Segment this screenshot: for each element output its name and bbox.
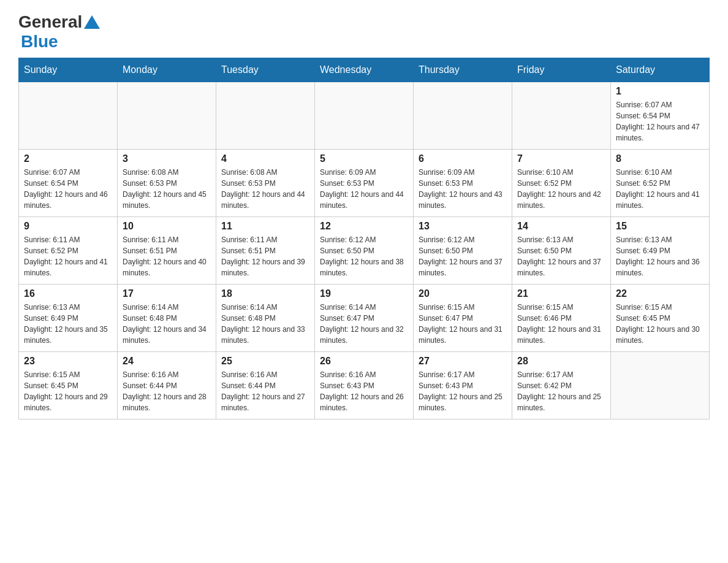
day-number: 1 xyxy=(616,86,704,97)
day-number: 17 xyxy=(123,288,211,299)
calendar-cell: 22Sunrise: 6:15 AM Sunset: 6:45 PM Dayli… xyxy=(611,285,710,352)
calendar-cell: 1Sunrise: 6:07 AM Sunset: 6:54 PM Daylig… xyxy=(611,82,710,150)
logo-blue-text: Blue xyxy=(21,32,58,51)
day-number: 10 xyxy=(123,221,211,232)
day-info: Sunrise: 6:16 AM Sunset: 6:44 PM Dayligh… xyxy=(123,369,211,413)
day-info: Sunrise: 6:10 AM Sunset: 6:52 PM Dayligh… xyxy=(616,167,704,211)
page-header: General Blue xyxy=(18,12,710,52)
day-of-week-header: Friday xyxy=(512,58,611,82)
day-number: 3 xyxy=(123,153,211,164)
day-info: Sunrise: 6:12 AM Sunset: 6:50 PM Dayligh… xyxy=(320,234,408,278)
day-number: 5 xyxy=(320,153,408,164)
calendar-week-row: 9Sunrise: 6:11 AM Sunset: 6:52 PM Daylig… xyxy=(19,217,710,285)
day-number: 7 xyxy=(517,153,605,164)
calendar-week-row: 1Sunrise: 6:07 AM Sunset: 6:54 PM Daylig… xyxy=(19,82,710,150)
svg-marker-0 xyxy=(84,15,100,29)
calendar-cell: 14Sunrise: 6:13 AM Sunset: 6:50 PM Dayli… xyxy=(512,217,611,285)
calendar-cell: 18Sunrise: 6:14 AM Sunset: 6:48 PM Dayli… xyxy=(216,285,315,352)
day-info: Sunrise: 6:07 AM Sunset: 6:54 PM Dayligh… xyxy=(616,99,704,144)
calendar-cell xyxy=(19,82,118,150)
logo: General Blue xyxy=(18,12,100,52)
calendar-cell: 10Sunrise: 6:11 AM Sunset: 6:51 PM Dayli… xyxy=(118,217,216,285)
calendar-cell: 6Sunrise: 6:09 AM Sunset: 6:53 PM Daylig… xyxy=(414,150,512,217)
logo-container: General Blue xyxy=(18,12,100,52)
calendar-cell xyxy=(216,82,315,150)
calendar-table: SundayMondayTuesdayWednesdayThursdayFrid… xyxy=(18,58,710,419)
day-number: 16 xyxy=(24,288,112,299)
day-number: 4 xyxy=(221,153,309,164)
calendar-cell: 5Sunrise: 6:09 AM Sunset: 6:53 PM Daylig… xyxy=(315,150,414,217)
calendar-cell: 4Sunrise: 6:08 AM Sunset: 6:53 PM Daylig… xyxy=(216,150,315,217)
calendar-cell: 28Sunrise: 6:17 AM Sunset: 6:42 PM Dayli… xyxy=(512,352,611,419)
day-number: 12 xyxy=(320,221,408,232)
calendar-cell xyxy=(414,82,512,150)
day-number: 13 xyxy=(419,221,507,232)
day-info: Sunrise: 6:11 AM Sunset: 6:51 PM Dayligh… xyxy=(123,234,211,278)
calendar-cell: 12Sunrise: 6:12 AM Sunset: 6:50 PM Dayli… xyxy=(315,217,414,285)
day-info: Sunrise: 6:12 AM Sunset: 6:50 PM Dayligh… xyxy=(419,234,507,278)
calendar-week-row: 16Sunrise: 6:13 AM Sunset: 6:49 PM Dayli… xyxy=(19,285,710,352)
calendar-cell: 15Sunrise: 6:13 AM Sunset: 6:49 PM Dayli… xyxy=(611,217,710,285)
day-number: 11 xyxy=(221,221,309,232)
calendar-week-row: 2Sunrise: 6:07 AM Sunset: 6:54 PM Daylig… xyxy=(19,150,710,217)
day-info: Sunrise: 6:11 AM Sunset: 6:51 PM Dayligh… xyxy=(221,234,309,278)
calendar-cell: 7Sunrise: 6:10 AM Sunset: 6:52 PM Daylig… xyxy=(512,150,611,217)
day-info: Sunrise: 6:10 AM Sunset: 6:52 PM Dayligh… xyxy=(517,167,605,211)
calendar-cell: 26Sunrise: 6:16 AM Sunset: 6:43 PM Dayli… xyxy=(315,352,414,419)
day-info: Sunrise: 6:09 AM Sunset: 6:53 PM Dayligh… xyxy=(419,167,507,211)
day-info: Sunrise: 6:16 AM Sunset: 6:43 PM Dayligh… xyxy=(320,369,408,413)
day-info: Sunrise: 6:15 AM Sunset: 6:46 PM Dayligh… xyxy=(517,302,605,346)
day-of-week-header: Monday xyxy=(118,58,216,82)
calendar-cell: 23Sunrise: 6:15 AM Sunset: 6:45 PM Dayli… xyxy=(19,352,118,419)
calendar-cell: 13Sunrise: 6:12 AM Sunset: 6:50 PM Dayli… xyxy=(414,217,512,285)
day-info: Sunrise: 6:15 AM Sunset: 6:45 PM Dayligh… xyxy=(24,369,112,413)
calendar-cell: 19Sunrise: 6:14 AM Sunset: 6:47 PM Dayli… xyxy=(315,285,414,352)
day-info: Sunrise: 6:17 AM Sunset: 6:43 PM Dayligh… xyxy=(419,369,507,413)
day-info: Sunrise: 6:13 AM Sunset: 6:49 PM Dayligh… xyxy=(24,302,112,346)
calendar-cell xyxy=(315,82,414,150)
day-info: Sunrise: 6:15 AM Sunset: 6:47 PM Dayligh… xyxy=(419,302,507,346)
calendar-cell xyxy=(611,352,710,419)
day-of-week-header: Saturday xyxy=(611,58,710,82)
calendar-cell: 24Sunrise: 6:16 AM Sunset: 6:44 PM Dayli… xyxy=(118,352,216,419)
day-number: 23 xyxy=(24,356,112,367)
calendar-cell: 3Sunrise: 6:08 AM Sunset: 6:53 PM Daylig… xyxy=(118,150,216,217)
logo-general-text: General xyxy=(18,12,82,32)
day-number: 21 xyxy=(517,288,605,299)
day-number: 26 xyxy=(320,356,408,367)
day-info: Sunrise: 6:16 AM Sunset: 6:44 PM Dayligh… xyxy=(221,369,309,413)
calendar-cell: 16Sunrise: 6:13 AM Sunset: 6:49 PM Dayli… xyxy=(19,285,118,352)
day-number: 22 xyxy=(616,288,704,299)
day-of-week-header: Sunday xyxy=(19,58,118,82)
day-info: Sunrise: 6:14 AM Sunset: 6:48 PM Dayligh… xyxy=(221,302,309,346)
day-number: 20 xyxy=(419,288,507,299)
calendar-cell: 8Sunrise: 6:10 AM Sunset: 6:52 PM Daylig… xyxy=(611,150,710,217)
day-number: 9 xyxy=(24,221,112,232)
calendar-cell: 9Sunrise: 6:11 AM Sunset: 6:52 PM Daylig… xyxy=(19,217,118,285)
day-info: Sunrise: 6:14 AM Sunset: 6:47 PM Dayligh… xyxy=(320,302,408,346)
day-number: 15 xyxy=(616,221,704,232)
day-info: Sunrise: 6:13 AM Sunset: 6:50 PM Dayligh… xyxy=(517,234,605,278)
day-number: 14 xyxy=(517,221,605,232)
day-number: 2 xyxy=(24,153,112,164)
calendar-cell: 20Sunrise: 6:15 AM Sunset: 6:47 PM Dayli… xyxy=(414,285,512,352)
calendar-cell: 27Sunrise: 6:17 AM Sunset: 6:43 PM Dayli… xyxy=(414,352,512,419)
day-info: Sunrise: 6:13 AM Sunset: 6:49 PM Dayligh… xyxy=(616,234,704,278)
calendar-cell: 2Sunrise: 6:07 AM Sunset: 6:54 PM Daylig… xyxy=(19,150,118,217)
day-number: 8 xyxy=(616,153,704,164)
day-info: Sunrise: 6:15 AM Sunset: 6:45 PM Dayligh… xyxy=(616,302,704,346)
day-info: Sunrise: 6:09 AM Sunset: 6:53 PM Dayligh… xyxy=(320,167,408,211)
logo-icon xyxy=(83,13,100,31)
calendar-cell xyxy=(512,82,611,150)
calendar-cell: 21Sunrise: 6:15 AM Sunset: 6:46 PM Dayli… xyxy=(512,285,611,352)
day-info: Sunrise: 6:08 AM Sunset: 6:53 PM Dayligh… xyxy=(123,167,211,211)
calendar-week-row: 23Sunrise: 6:15 AM Sunset: 6:45 PM Dayli… xyxy=(19,352,710,419)
day-number: 19 xyxy=(320,288,408,299)
day-number: 28 xyxy=(517,356,605,367)
day-info: Sunrise: 6:08 AM Sunset: 6:53 PM Dayligh… xyxy=(221,167,309,211)
calendar-cell: 11Sunrise: 6:11 AM Sunset: 6:51 PM Dayli… xyxy=(216,217,315,285)
day-info: Sunrise: 6:07 AM Sunset: 6:54 PM Dayligh… xyxy=(24,167,112,211)
day-info: Sunrise: 6:11 AM Sunset: 6:52 PM Dayligh… xyxy=(24,234,112,278)
calendar-cell xyxy=(118,82,216,150)
day-of-week-header: Tuesday xyxy=(216,58,315,82)
